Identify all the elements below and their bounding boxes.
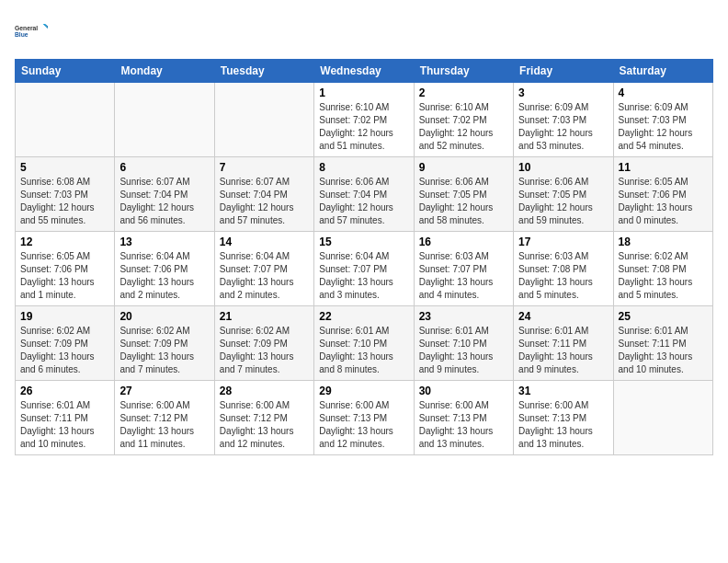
day-number: 28	[220, 385, 309, 397]
day-info: Sunrise: 6:03 AM Sunset: 7:07 PM Dayligh…	[419, 250, 508, 302]
day-info: Sunrise: 6:10 AM Sunset: 7:02 PM Dayligh…	[319, 101, 408, 153]
day-info: Sunrise: 6:06 AM Sunset: 7:05 PM Dayligh…	[419, 176, 508, 227]
day-info: Sunrise: 6:02 AM Sunset: 7:09 PM Dayligh…	[220, 325, 309, 376]
calendar-cell: 28Sunrise: 6:00 AM Sunset: 7:12 PM Dayli…	[214, 381, 313, 455]
col-header-wednesday: Wednesday	[314, 60, 414, 83]
day-info: Sunrise: 6:04 AM Sunset: 7:07 PM Dayligh…	[220, 250, 309, 302]
day-info: Sunrise: 6:01 AM Sunset: 7:10 PM Dayligh…	[319, 325, 408, 376]
calendar-cell: 31Sunrise: 6:00 AM Sunset: 7:13 PM Dayli…	[514, 381, 613, 455]
calendar-cell: 27Sunrise: 6:00 AM Sunset: 7:12 PM Dayli…	[115, 381, 214, 455]
col-header-tuesday: Tuesday	[214, 60, 313, 83]
day-info: Sunrise: 6:06 AM Sunset: 7:04 PM Dayligh…	[319, 176, 408, 227]
svg-text:General: General	[15, 25, 38, 31]
calendar-week-4: 26Sunrise: 6:01 AM Sunset: 7:11 PM Dayli…	[16, 381, 713, 455]
day-info: Sunrise: 6:00 AM Sunset: 7:13 PM Dayligh…	[319, 399, 408, 451]
day-info: Sunrise: 6:04 AM Sunset: 7:07 PM Dayligh…	[319, 250, 408, 302]
day-number: 25	[619, 310, 708, 323]
day-number: 22	[319, 310, 408, 323]
day-info: Sunrise: 6:01 AM Sunset: 7:11 PM Dayligh…	[20, 399, 109, 451]
col-header-monday: Monday	[115, 60, 214, 83]
calendar-cell	[214, 83, 313, 157]
day-number: 19	[20, 310, 109, 323]
calendar-cell: 1Sunrise: 6:10 AM Sunset: 7:02 PM Daylig…	[314, 83, 414, 157]
calendar-week-3: 19Sunrise: 6:02 AM Sunset: 7:09 PM Dayli…	[16, 306, 713, 381]
page-header: General Blue	[15, 15, 713, 48]
day-number: 16	[419, 236, 508, 248]
calendar-cell: 24Sunrise: 6:01 AM Sunset: 7:11 PM Dayli…	[514, 306, 613, 381]
day-info: Sunrise: 6:01 AM Sunset: 7:11 PM Dayligh…	[619, 325, 708, 376]
day-number: 8	[319, 161, 408, 174]
day-info: Sunrise: 6:05 AM Sunset: 7:06 PM Dayligh…	[619, 176, 708, 227]
day-info: Sunrise: 6:01 AM Sunset: 7:11 PM Dayligh…	[518, 325, 608, 376]
calendar-cell: 7Sunrise: 6:07 AM Sunset: 7:04 PM Daylig…	[214, 157, 313, 232]
calendar-cell: 8Sunrise: 6:06 AM Sunset: 7:04 PM Daylig…	[314, 157, 414, 232]
day-number: 1	[319, 86, 408, 99]
calendar-cell: 13Sunrise: 6:04 AM Sunset: 7:06 PM Dayli…	[115, 232, 214, 306]
calendar-cell: 3Sunrise: 6:09 AM Sunset: 7:03 PM Daylig…	[514, 83, 613, 157]
calendar-cell: 14Sunrise: 6:04 AM Sunset: 7:07 PM Dayli…	[214, 232, 313, 306]
calendar-cell: 22Sunrise: 6:01 AM Sunset: 7:10 PM Dayli…	[314, 306, 414, 381]
calendar-cell: 16Sunrise: 6:03 AM Sunset: 7:07 PM Dayli…	[414, 232, 513, 306]
col-header-saturday: Saturday	[613, 60, 712, 83]
calendar-cell: 17Sunrise: 6:03 AM Sunset: 7:08 PM Dayli…	[514, 232, 613, 306]
calendar-week-2: 12Sunrise: 6:05 AM Sunset: 7:06 PM Dayli…	[16, 232, 713, 306]
calendar-cell: 12Sunrise: 6:05 AM Sunset: 7:06 PM Dayli…	[16, 232, 115, 306]
day-info: Sunrise: 6:02 AM Sunset: 7:09 PM Dayligh…	[20, 325, 109, 376]
day-info: Sunrise: 6:05 AM Sunset: 7:06 PM Dayligh…	[20, 250, 109, 302]
day-number: 4	[619, 86, 708, 99]
day-number: 9	[419, 161, 508, 174]
day-number: 11	[619, 161, 708, 174]
calendar-cell: 9Sunrise: 6:06 AM Sunset: 7:05 PM Daylig…	[414, 157, 513, 232]
logo-svg: General Blue	[15, 15, 48, 48]
day-info: Sunrise: 6:02 AM Sunset: 7:09 PM Dayligh…	[119, 325, 209, 376]
calendar-week-0: 1Sunrise: 6:10 AM Sunset: 7:02 PM Daylig…	[16, 83, 713, 157]
calendar-cell: 5Sunrise: 6:08 AM Sunset: 7:03 PM Daylig…	[16, 157, 115, 232]
day-info: Sunrise: 6:09 AM Sunset: 7:03 PM Dayligh…	[518, 101, 608, 153]
day-number: 31	[518, 385, 608, 397]
day-number: 12	[20, 236, 109, 248]
day-number: 30	[419, 385, 508, 397]
day-number: 27	[119, 385, 209, 397]
day-info: Sunrise: 6:00 AM Sunset: 7:13 PM Dayligh…	[419, 399, 508, 451]
calendar-cell: 6Sunrise: 6:07 AM Sunset: 7:04 PM Daylig…	[115, 157, 214, 232]
calendar-cell: 10Sunrise: 6:06 AM Sunset: 7:05 PM Dayli…	[514, 157, 613, 232]
calendar-cell: 18Sunrise: 6:02 AM Sunset: 7:08 PM Dayli…	[613, 232, 712, 306]
day-info: Sunrise: 6:07 AM Sunset: 7:04 PM Dayligh…	[220, 176, 309, 227]
day-info: Sunrise: 6:00 AM Sunset: 7:13 PM Dayligh…	[518, 399, 608, 451]
calendar-cell: 2Sunrise: 6:10 AM Sunset: 7:02 PM Daylig…	[414, 83, 513, 157]
calendar-cell: 11Sunrise: 6:05 AM Sunset: 7:06 PM Dayli…	[613, 157, 712, 232]
calendar-cell	[115, 83, 214, 157]
day-number: 5	[20, 161, 109, 174]
calendar-week-1: 5Sunrise: 6:08 AM Sunset: 7:03 PM Daylig…	[16, 157, 713, 232]
day-number: 29	[319, 385, 408, 397]
day-number: 6	[119, 161, 209, 174]
calendar-cell: 29Sunrise: 6:00 AM Sunset: 7:13 PM Dayli…	[314, 381, 414, 455]
day-number: 7	[220, 161, 309, 174]
day-number: 21	[220, 310, 309, 323]
calendar-cell: 15Sunrise: 6:04 AM Sunset: 7:07 PM Dayli…	[314, 232, 414, 306]
day-info: Sunrise: 6:08 AM Sunset: 7:03 PM Dayligh…	[20, 176, 109, 227]
day-number: 24	[518, 310, 608, 323]
calendar-cell: 19Sunrise: 6:02 AM Sunset: 7:09 PM Dayli…	[16, 306, 115, 381]
day-number: 10	[518, 161, 608, 174]
day-number: 20	[119, 310, 209, 323]
day-number: 26	[20, 385, 109, 397]
day-info: Sunrise: 6:10 AM Sunset: 7:02 PM Dayligh…	[419, 101, 508, 153]
calendar-cell: 21Sunrise: 6:02 AM Sunset: 7:09 PM Dayli…	[214, 306, 313, 381]
day-info: Sunrise: 6:00 AM Sunset: 7:12 PM Dayligh…	[119, 399, 209, 451]
calendar-cell: 30Sunrise: 6:00 AM Sunset: 7:13 PM Dayli…	[414, 381, 513, 455]
col-header-thursday: Thursday	[414, 60, 513, 83]
calendar-cell: 23Sunrise: 6:01 AM Sunset: 7:10 PM Dayli…	[414, 306, 513, 381]
day-number: 13	[119, 236, 209, 248]
calendar-cell: 25Sunrise: 6:01 AM Sunset: 7:11 PM Dayli…	[613, 306, 712, 381]
day-number: 2	[419, 86, 508, 99]
day-info: Sunrise: 6:09 AM Sunset: 7:03 PM Dayligh…	[619, 101, 708, 153]
day-info: Sunrise: 6:01 AM Sunset: 7:10 PM Dayligh…	[419, 325, 508, 376]
calendar-cell: 4Sunrise: 6:09 AM Sunset: 7:03 PM Daylig…	[613, 83, 712, 157]
calendar-table: SundayMondayTuesdayWednesdayThursdayFrid…	[15, 59, 713, 455]
calendar-cell	[613, 381, 712, 455]
calendar-cell: 26Sunrise: 6:01 AM Sunset: 7:11 PM Dayli…	[16, 381, 115, 455]
day-info: Sunrise: 6:07 AM Sunset: 7:04 PM Dayligh…	[119, 176, 209, 227]
day-number: 3	[518, 86, 608, 99]
col-header-sunday: Sunday	[16, 60, 115, 83]
